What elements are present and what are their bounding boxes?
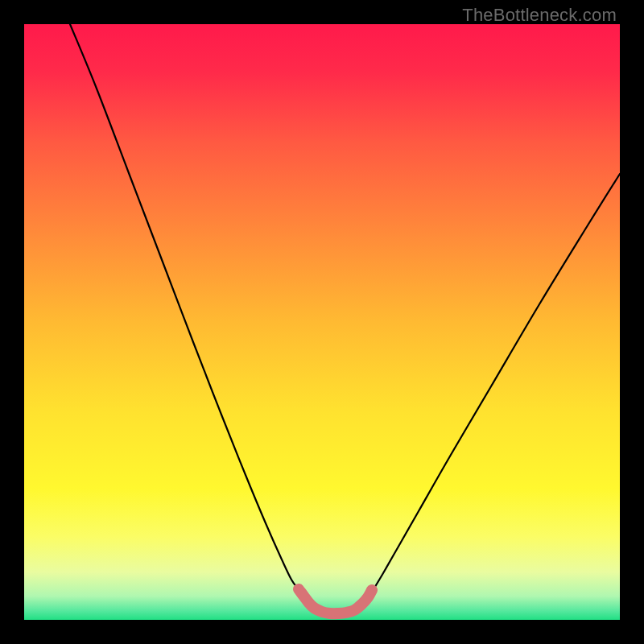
chart-plot-area bbox=[24, 24, 620, 620]
marker-cluster-path bbox=[299, 589, 372, 613]
chart-svg bbox=[24, 24, 620, 620]
watermark-text: TheBottleneck.com bbox=[462, 5, 617, 26]
curve-main-path bbox=[70, 24, 620, 613]
outer-frame: TheBottleneck.com bbox=[0, 0, 644, 644]
